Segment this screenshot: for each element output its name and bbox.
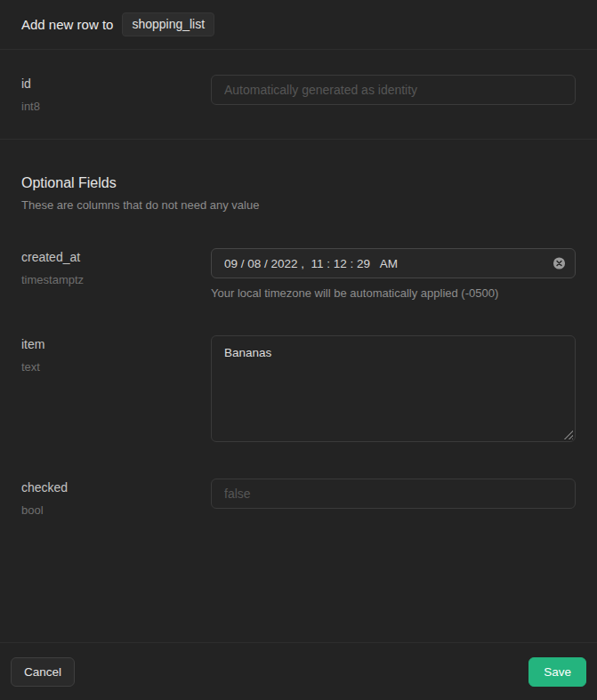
required-fields-section: id int8 bbox=[0, 50, 597, 140]
field-type-checked: bool bbox=[21, 503, 211, 517]
field-name-item: item bbox=[21, 337, 211, 351]
checked-input[interactable] bbox=[211, 479, 576, 509]
created-at-control: Your local timezone will be automaticall… bbox=[211, 248, 576, 300]
optional-fields-heading: Optional Fields bbox=[21, 175, 576, 191]
table-name-badge: shopping_list bbox=[122, 12, 214, 36]
field-name-created-at: created_at bbox=[21, 250, 211, 264]
optional-fields-section: Optional Fields These are columns that d… bbox=[0, 140, 597, 517]
field-labels-checked: checked bool bbox=[21, 479, 211, 517]
item-textarea[interactable]: Bananas bbox=[211, 335, 576, 442]
field-row-item: item text Bananas bbox=[0, 335, 597, 442]
field-labels-id: id int8 bbox=[21, 75, 211, 113]
field-type-created-at: timestamptz bbox=[21, 273, 211, 286]
field-name-checked: checked bbox=[21, 480, 211, 495]
add-row-panel: { "header": { "title_prefix": "Add new r… bbox=[0, 0, 597, 700]
save-button[interactable]: Save bbox=[528, 657, 586, 687]
field-row-checked: checked bool bbox=[0, 479, 597, 517]
created-at-input-wrap bbox=[211, 248, 576, 278]
timezone-helper-text: Your local timezone will be automaticall… bbox=[211, 286, 576, 300]
optional-heading-block: Optional Fields These are columns that d… bbox=[0, 140, 597, 212]
x-circle-icon bbox=[553, 260, 566, 273]
field-type-id: int8 bbox=[21, 100, 211, 113]
field-name-id: id bbox=[21, 76, 211, 91]
checked-input-wrap bbox=[211, 479, 576, 509]
clear-datetime-button[interactable] bbox=[553, 257, 566, 270]
item-textarea-wrap: Bananas bbox=[211, 335, 576, 442]
field-type-item: text bbox=[21, 360, 211, 374]
cancel-button[interactable]: Cancel bbox=[11, 657, 75, 687]
optional-fields-subheading: These are columns that do not need any v… bbox=[21, 198, 576, 212]
panel-footer: Cancel Save bbox=[0, 642, 597, 700]
field-row-id: id int8 bbox=[0, 75, 597, 113]
panel-title: Add new row to bbox=[21, 17, 113, 32]
field-labels-created-at: created_at timestamptz bbox=[21, 248, 211, 286]
field-labels-item: item text bbox=[21, 335, 211, 374]
field-row-created-at: created_at timestamptz Your local timezo… bbox=[0, 248, 597, 300]
id-input[interactable] bbox=[211, 75, 576, 105]
created-at-datetime-input[interactable] bbox=[211, 248, 576, 278]
id-input-wrap bbox=[211, 75, 576, 105]
panel-header: Add new row to shopping_list bbox=[0, 0, 597, 50]
